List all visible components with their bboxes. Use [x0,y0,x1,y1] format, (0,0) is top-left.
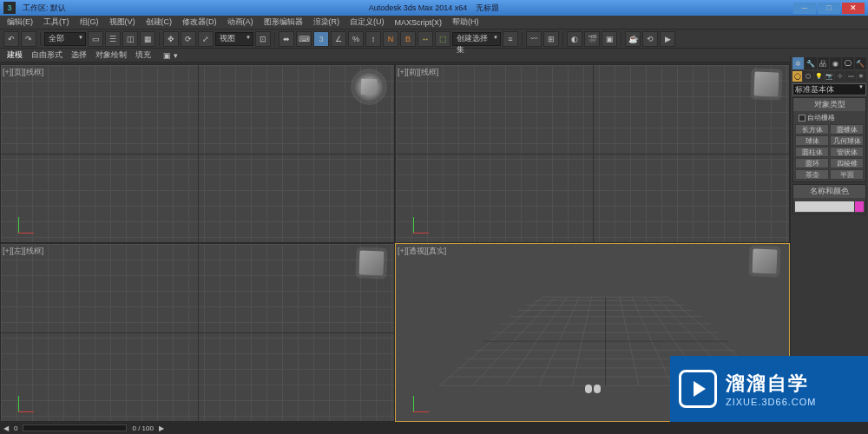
menu-views[interactable]: 视图(V) [104,16,141,28]
modify-tab[interactable]: 🔧 [805,57,816,69]
viewport-front-label[interactable]: [+][前][线框] [398,67,438,78]
systems-subtab[interactable]: ✳ [857,71,866,82]
menu-maxscript[interactable]: MAXScript(X) [390,18,448,27]
display-tab[interactable]: 🖵 [842,57,853,69]
minimize-button[interactable]: ─ [793,3,816,14]
menu-rendering[interactable]: 渲染(R) [308,16,345,28]
menu-help[interactable]: 帮助(H) [447,16,484,28]
menu-edit[interactable]: 编辑(E) [2,16,38,28]
workspace-label: 工作区: 默认 [23,3,66,14]
select-scale-button[interactable]: ⤢ [198,31,214,47]
ref-coord-dropdown[interactable]: 视图 [215,32,253,46]
rollout-header-name-color[interactable]: 名称和颜色 [793,185,865,198]
object-sphere[interactable]: 球体 [795,135,829,146]
axis-gizmo [413,411,429,412]
timeline-next-button[interactable]: ▶ [159,424,164,432]
align-button[interactable]: ⬚ [435,31,450,47]
mirror-button[interactable]: ↔ [418,31,433,47]
shapes-subtab[interactable]: ⬡ [803,71,812,82]
timeline-track[interactable] [23,424,127,431]
close-button[interactable]: ✕ [842,3,865,14]
select-region-button[interactable]: ◫ [122,31,138,47]
window-crossing-button[interactable]: ▦ [140,31,155,47]
tab-populate[interactable]: 填充 [135,49,151,61]
tab-freeform[interactable]: 自由形式 [31,49,62,61]
tab-object-paint[interactable]: 对象绘制 [95,49,127,61]
create-tab[interactable]: ✲ [792,57,804,69]
viewcube-front[interactable] [754,72,779,97]
viewcube-persp[interactable] [753,249,778,274]
select-manipulator-button[interactable]: ⬌ [279,31,294,47]
menu-modifiers[interactable]: 修改器(D) [177,16,222,28]
select-rotate-button[interactable]: ⟳ [181,31,196,47]
primitive-category-dropdown[interactable]: 标准基本体 [792,83,866,95]
edit-named-selection-button[interactable]: N [383,31,398,47]
select-by-name-button[interactable]: ☰ [105,31,121,47]
object-cone[interactable]: 圆锥体 [830,124,864,135]
app-icon[interactable]: 3 [3,2,16,14]
timeline-play-button[interactable]: ◀ [3,424,9,432]
select-move-button[interactable]: ✥ [163,31,179,47]
object-name-input[interactable] [795,201,854,212]
object-geosphere[interactable]: 几何球体 [830,135,864,146]
pivot-button[interactable]: ⊡ [255,31,271,47]
object-tube[interactable]: 管状体 [830,147,864,157]
object-plane[interactable]: 平面 [830,169,864,180]
named-selection-dropdown[interactable]: 创建选择集 [452,32,501,46]
object-color-swatch[interactable] [855,201,864,212]
quickrender-button[interactable]: ▶ [660,31,675,47]
geometry-subtab[interactable]: ◯ [792,71,802,82]
schematic-view-button[interactable]: ⊞ [543,31,559,47]
object-torus[interactable]: 圆环 [795,158,829,168]
render-production-button[interactable]: ☕ [625,31,641,47]
angle-snap-button[interactable]: ∠ [331,31,346,47]
rollout-header-object-type[interactable]: 对象类型 [793,98,865,111]
space-warps-subtab[interactable]: 〰 [845,71,855,82]
menu-create[interactable]: 创建(C) [141,16,178,28]
viewcube-left[interactable] [359,251,385,276]
selection-filter-dropdown[interactable]: 全部 [44,32,86,46]
tab-modeling[interactable]: 建模 [7,49,23,61]
object-pyramid[interactable]: 四棱锥 [830,158,864,168]
render-setup-button[interactable]: 🎬 [584,31,600,47]
material-editor-button[interactable]: B [400,31,416,47]
cameras-subtab[interactable]: 📷 [825,71,834,82]
spinner-snap-button[interactable]: ↕ [365,31,381,47]
viewport-persp-label[interactable]: [+][透视][真实] [398,246,446,257]
tab-selection[interactable]: 选择 [71,49,87,61]
percent-snap-button[interactable]: % [348,31,364,47]
hierarchy-tab[interactable]: 品 [818,57,829,69]
viewport-front[interactable]: [+][前][线框] [396,65,789,242]
viewport-top[interactable]: [+][页][线框] [1,65,394,242]
object-cylinder[interactable]: 圆柱体 [795,147,829,157]
viewport-left[interactable]: [+][左][线框] [1,244,394,421]
menu-animation[interactable]: 动画(A) [222,16,259,28]
menu-group[interactable]: 组(G) [75,16,104,28]
lights-subtab[interactable]: 💡 [814,71,824,82]
keyboard-shortcut-button[interactable]: ⌨ [296,31,312,47]
select-object-button[interactable]: ▭ [88,31,103,47]
layer-manager-button[interactable]: ≡ [503,31,518,47]
object-teapot[interactable]: 茶壶 [795,169,829,180]
steering-wheel[interactable] [584,385,602,395]
axis-gizmo [413,233,429,233]
watermark-play-icon [679,370,717,408]
helpers-subtab[interactable]: ⊹ [835,71,845,82]
maximize-button[interactable]: □ [818,3,840,14]
utilities-tab[interactable]: 🔨 [855,57,866,69]
rendered-frame-button[interactable]: ▣ [602,31,617,47]
render-iterative-button[interactable]: ⟲ [642,31,658,47]
viewport-left-label[interactable]: [+][左][线框] [3,246,43,257]
menu-customize[interactable]: 自定义(U) [345,16,390,28]
menu-tools[interactable]: 工具(T) [38,16,75,28]
auto-grid-checkbox[interactable] [799,115,806,122]
curve-editor-button[interactable]: 〰 [526,31,542,47]
motion-tab[interactable]: ◉ [830,57,841,69]
redo-button[interactable]: ↷ [21,31,36,47]
undo-button[interactable]: ↶ [3,31,19,47]
material-editor2-button[interactable]: ◐ [567,31,582,47]
menu-graph-editors[interactable]: 图形编辑器 [259,16,308,28]
viewport-top-label[interactable]: [+][页][线框] [3,67,43,78]
object-box[interactable]: 长方体 [795,124,829,135]
snap-toggle-button[interactable]: 3 [313,31,329,47]
